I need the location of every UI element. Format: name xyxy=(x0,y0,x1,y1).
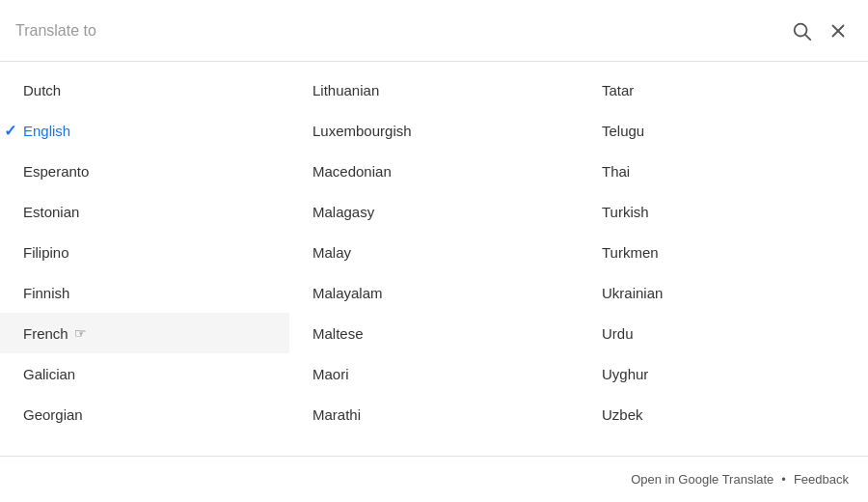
language-label: French xyxy=(23,325,68,342)
language-item-tatar[interactable]: Tatar xyxy=(579,70,868,110)
language-label: Lithuanian xyxy=(312,82,379,98)
language-label: Malayalam xyxy=(312,285,383,301)
svg-line-1 xyxy=(805,35,810,40)
language-label: Estonian xyxy=(23,204,79,220)
language-item-turkmen[interactable]: Turkmen xyxy=(579,232,868,272)
language-label: Tatar xyxy=(602,82,634,98)
language-label: Ukrainian xyxy=(602,285,663,301)
language-label: Uzbek xyxy=(602,406,643,423)
language-label: Maori xyxy=(312,366,349,382)
close-button[interactable] xyxy=(824,16,853,45)
footer-separator: • xyxy=(781,472,786,487)
language-item-maltese[interactable]: Maltese xyxy=(289,313,579,353)
footer: Open in Google Translate • Feedback xyxy=(0,456,868,502)
language-label: Filipino xyxy=(23,244,69,261)
language-label: Luxembourgish xyxy=(312,123,412,139)
language-item-macedonian[interactable]: Macedonian xyxy=(289,151,579,191)
language-column-2: LithuanianLuxembourgishMacedonianMalagas… xyxy=(289,62,579,456)
language-label: Turkmen xyxy=(602,244,659,261)
language-label: Thai xyxy=(602,163,630,180)
columns-container[interactable]: Dutch✓EnglishEsperantoEstonianFilipinoFi… xyxy=(0,62,868,456)
language-item-urdu[interactable]: Urdu xyxy=(579,313,868,353)
language-item-malay[interactable]: Malay xyxy=(289,232,579,272)
language-label: Telugu xyxy=(602,123,644,139)
language-area: Dutch✓EnglishEsperantoEstonianFilipinoFi… xyxy=(0,62,868,456)
language-item-filipino[interactable]: Filipino xyxy=(0,232,289,272)
language-item-telugu[interactable]: Telugu xyxy=(579,110,868,151)
language-label: Esperanto xyxy=(23,163,89,180)
language-item-galician[interactable]: Galician xyxy=(0,353,289,394)
language-item-dutch[interactable]: Dutch xyxy=(0,70,289,110)
language-item-estonian[interactable]: Estonian xyxy=(0,191,289,232)
language-label: Georgian xyxy=(23,406,83,423)
language-item-lithuanian[interactable]: Lithuanian xyxy=(289,70,579,110)
language-label: Dutch xyxy=(23,82,61,98)
language-item-maori[interactable]: Maori xyxy=(289,353,579,394)
language-label: Marathi xyxy=(312,406,361,423)
language-item-esperanto[interactable]: Esperanto xyxy=(0,151,289,191)
language-item-marathi[interactable]: Marathi xyxy=(289,394,579,434)
selected-checkmark: ✓ xyxy=(4,122,16,140)
language-item-finnish[interactable]: Finnish xyxy=(0,272,289,313)
language-label: Maltese xyxy=(312,325,364,342)
language-label: Malay xyxy=(312,244,351,261)
search-bar xyxy=(0,0,868,62)
language-column-1: Dutch✓EnglishEsperantoEstonianFilipinoFi… xyxy=(0,62,289,456)
language-label: Malagasy xyxy=(312,204,374,220)
language-item-malagasy[interactable]: Malagasy xyxy=(289,191,579,232)
language-label: Urdu xyxy=(602,325,634,342)
language-item-malayalam[interactable]: Malayalam xyxy=(289,272,579,313)
language-item-english[interactable]: ✓English xyxy=(0,110,289,151)
language-item-uzbek[interactable]: Uzbek xyxy=(579,394,868,434)
language-item-french[interactable]: French☞ xyxy=(0,313,289,353)
cursor-icon: ☞ xyxy=(74,325,87,341)
language-label: Uyghur xyxy=(602,366,648,382)
language-item-turkish[interactable]: Turkish xyxy=(579,191,868,232)
language-column-3: TatarTeluguThaiTurkishTurkmenUkrainianUr… xyxy=(579,62,868,456)
search-input[interactable] xyxy=(15,22,779,40)
language-item-uyghur[interactable]: Uyghur xyxy=(579,353,868,394)
close-icon xyxy=(827,20,849,42)
search-button[interactable] xyxy=(787,16,816,45)
feedback-link[interactable]: Feedback xyxy=(794,472,849,487)
language-item-luxembourgish[interactable]: Luxembourgish xyxy=(289,110,579,151)
search-icon xyxy=(791,20,812,42)
language-item-thai[interactable]: Thai xyxy=(579,151,868,191)
language-item-ukrainian[interactable]: Ukrainian xyxy=(579,272,868,313)
language-label: Finnish xyxy=(23,285,69,301)
language-item-georgian[interactable]: Georgian xyxy=(0,394,289,434)
language-label: Galician xyxy=(23,366,75,382)
language-label: Turkish xyxy=(602,204,649,220)
language-label: English xyxy=(23,123,70,139)
language-label: Macedonian xyxy=(312,163,392,180)
open-in-google-translate-link[interactable]: Open in Google Translate xyxy=(631,472,773,487)
